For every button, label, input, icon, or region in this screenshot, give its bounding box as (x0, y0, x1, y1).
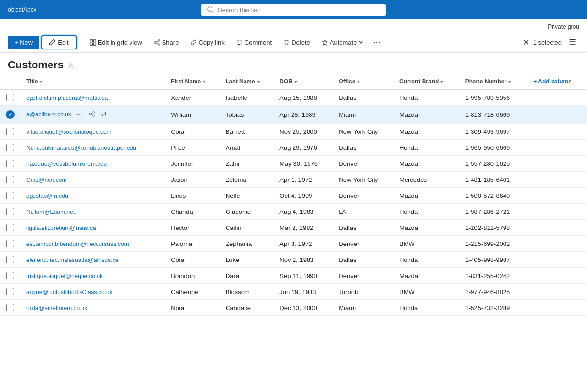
title-link[interactable]: eget.dictum.placerat@mattis.ca (26, 95, 108, 101)
row-add-column-cell (527, 156, 587, 172)
row-checkbox[interactable] (6, 128, 14, 135)
title-link[interactable]: natoque@vestibulumlorem.edu (26, 161, 107, 167)
edit-grid-button[interactable]: Edit in grid view (85, 36, 147, 49)
row-more-button[interactable]: ⋯ (74, 110, 85, 119)
row-checkbox[interactable] (6, 272, 14, 279)
row-checkbox-cell[interactable] (0, 252, 20, 268)
automate-button[interactable]: Automate (317, 36, 369, 49)
row-checkbox[interactable] (6, 288, 14, 295)
row-office-cell: Miami (333, 106, 393, 124)
row-checkbox[interactable] (6, 144, 14, 151)
svg-point-8 (158, 43, 160, 45)
header-firstname[interactable]: First Name ▾ (165, 74, 220, 89)
row-phonenumber-cell: 1-309-493-9697 (459, 124, 528, 140)
header-office[interactable]: Office ▾ (333, 74, 393, 89)
row-checkbox[interactable] (6, 304, 14, 311)
header-office-label: Office (339, 78, 355, 85)
row-title-cell: Nullam@Etiam.net (20, 204, 165, 220)
row-dob-cell: Nov 2, 1983 (274, 252, 333, 268)
svg-rect-2 (90, 39, 92, 42)
row-checkbox-cell[interactable] (0, 124, 20, 140)
row-currentbrand-cell: Honda (393, 89, 459, 106)
favorite-star-icon[interactable]: ☆ (67, 61, 74, 70)
svg-line-15 (91, 113, 93, 114)
row-actions: ⋯ (74, 110, 108, 119)
header-phone-number-label: Phone Number (465, 78, 506, 85)
header-phone-number[interactable]: Phone Number ▾ (459, 74, 528, 89)
comment-button[interactable]: Comment (231, 36, 277, 49)
table-row: Cras@non.comJasonZeleniaApr 1, 1972New Y… (0, 172, 587, 188)
title-link[interactable]: eleifend.nec.malesuada@atrisus.ca (26, 257, 118, 263)
row-checkbox[interactable] (6, 192, 14, 199)
row-checkbox-cell[interactable] (0, 188, 20, 204)
title-link[interactable]: vitae.aliquet@sociisnatoque.com (26, 129, 112, 135)
row-checkbox-cell[interactable] (0, 300, 20, 316)
row-checkbox[interactable] (6, 224, 14, 231)
row-add-column-cell (527, 188, 587, 204)
row-checkbox-cell[interactable] (0, 236, 20, 252)
row-checkbox-cell[interactable]: ✓ (0, 106, 20, 124)
delete-button[interactable]: Delete (278, 36, 315, 49)
copy-link-button[interactable]: Copy link (185, 36, 229, 49)
row-checkbox-cell[interactable] (0, 89, 20, 106)
header-current-brand[interactable]: Current Brand ▾ (393, 74, 459, 89)
row-dob-cell: Oct 4, 1999 (274, 188, 333, 204)
office-sort-icon: ▾ (357, 79, 359, 84)
row-comment-button[interactable] (98, 110, 108, 119)
row-dob-cell: Sep 11, 1990 (274, 268, 333, 284)
row-office-cell: Dallas (333, 220, 393, 236)
close-selection-button[interactable]: ✕ (523, 38, 529, 47)
header-add-column[interactable]: + Add column (527, 74, 587, 89)
search-bar[interactable] (201, 4, 386, 16)
row-checkbox[interactable] (6, 208, 14, 215)
more-options-button[interactable]: ··· (370, 35, 383, 49)
title-link[interactable]: Cras@non.com (26, 177, 67, 183)
title-link[interactable]: nulla@ametlorem.co.uk (26, 305, 87, 311)
toolbar-right: ✕ 1 selected ☰ (523, 35, 579, 49)
row-checkbox-cell[interactable] (0, 172, 20, 188)
title-link[interactable]: ligula.elit.pretium@risus.ca (26, 225, 96, 231)
row-checkbox[interactable] (6, 176, 14, 183)
row-dob-cell: Dec 13, 2000 (274, 300, 333, 316)
row-lastname-cell: Zelenia (220, 172, 274, 188)
row-add-column-cell (527, 140, 587, 156)
row-share-button[interactable] (87, 110, 97, 119)
row-checkbox[interactable] (6, 256, 14, 263)
row-title-cell: natoque@vestibulumlorem.edu (20, 156, 165, 172)
add-column-label[interactable]: + Add column (533, 78, 571, 85)
header-title[interactable]: Title ▾ (20, 74, 165, 89)
row-checkbox[interactable] (6, 94, 14, 101)
row-checkbox[interactable] (6, 240, 14, 247)
title-link[interactable]: egestas@in.edu (26, 193, 68, 199)
row-firstname-cell: Hector (165, 220, 220, 236)
row-checkbox[interactable] (6, 160, 14, 167)
row-add-column-cell (527, 252, 587, 268)
row-title-cell: a@aclibero.co.uk ⋯ (20, 106, 165, 124)
title-link[interactable]: est.tempor.bibendum@neccursusa.com (26, 241, 129, 247)
header-dob[interactable]: DOB ▾ (274, 74, 333, 89)
new-button[interactable]: + New (8, 36, 39, 49)
row-checkbox-cell[interactable] (0, 140, 20, 156)
title-link[interactable]: Nullam@Etiam.net (26, 209, 75, 215)
svg-point-13 (89, 114, 91, 115)
title-link[interactable]: tristique.aliquet@neque.co.uk (26, 273, 103, 279)
title-link[interactable]: augue@luctuslobortisClass.co.uk (26, 289, 113, 295)
title-link[interactable]: Nunc.pulvinar.arcu@conubianostraper.edu (26, 145, 136, 151)
row-checkbox-cell[interactable] (0, 268, 20, 284)
title-link[interactable]: a@aclibero.co.uk (26, 111, 71, 118)
row-office-cell: New York City (333, 124, 393, 140)
row-checkbox-cell[interactable] (0, 284, 20, 300)
header-lastname[interactable]: Last Name ▾ (220, 74, 274, 89)
row-checkbox-cell[interactable] (0, 220, 20, 236)
header-checkbox-col (0, 74, 20, 89)
edit-button[interactable]: Edit (41, 35, 76, 49)
toolbar-right-more-button[interactable]: ☰ (566, 35, 579, 49)
header-current-brand-label: Current Brand (399, 78, 439, 85)
share-button[interactable]: Share (149, 36, 184, 49)
checked-circle: ✓ (6, 110, 15, 119)
svg-rect-3 (93, 39, 96, 42)
row-office-cell: Denver (333, 156, 393, 172)
row-checkbox-cell[interactable] (0, 156, 20, 172)
row-checkbox-cell[interactable] (0, 204, 20, 220)
search-input[interactable] (218, 6, 380, 14)
